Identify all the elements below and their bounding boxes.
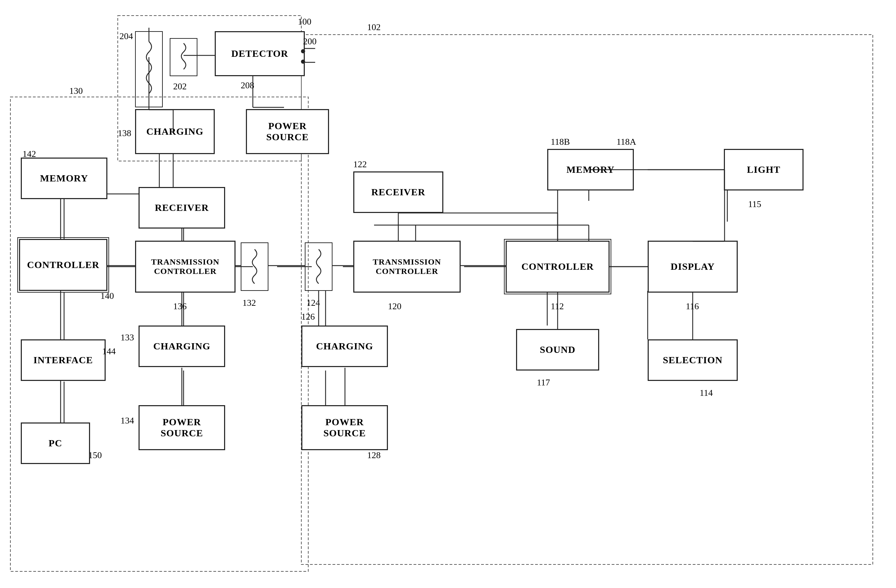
box-power-source-top: POWERSOURCE <box>246 109 329 154</box>
label-128: 128 <box>367 450 381 460</box>
coil-204 <box>135 31 163 107</box>
box-charging-mid-right: CHARGING <box>301 326 388 367</box>
label-115: 115 <box>748 199 761 210</box>
label-132: 132 <box>242 298 256 308</box>
box-sound: SOUND <box>516 329 599 370</box>
box-detector: DETECTOR <box>215 31 305 76</box>
box-receiver-right: RECEIVER <box>353 171 443 213</box>
svg-rect-1 <box>301 35 873 564</box>
box-charging-mid-left: CHARGING <box>139 326 225 367</box>
label-124: 124 <box>306 298 320 308</box>
label-138: 138 <box>118 128 131 139</box>
label-142: 142 <box>23 149 36 159</box>
box-light: LIGHT <box>724 149 803 190</box>
label-200: 200 <box>303 37 317 47</box>
label-102: 102 <box>367 22 381 32</box>
label-120: 120 <box>388 301 401 312</box>
box-controller-right: CONTROLLER <box>506 241 610 292</box>
label-204: 204 <box>119 31 133 41</box>
label-202: 202 <box>173 81 187 92</box>
label-140: 140 <box>101 291 114 301</box>
box-ps-mid-left: POWERSOURCE <box>139 405 225 450</box>
label-133: 133 <box>120 332 134 343</box>
box-tx-ctrl-right: TRANSMISSIONCONTROLLER <box>353 241 461 292</box>
box-ps-mid-right: POWERSOURCE <box>301 405 388 450</box>
label-116: 116 <box>686 301 699 312</box>
box-receiver-left: RECEIVER <box>139 187 225 228</box>
box-selection: SELECTION <box>648 340 738 381</box>
box-interface: INTERFACE <box>21 340 106 381</box>
box-controller-left: CONTROLLER <box>19 239 107 291</box>
label-150: 150 <box>88 450 102 460</box>
box-pc: PC <box>21 422 90 464</box>
label-134: 134 <box>120 416 134 426</box>
label-136: 136 <box>173 301 187 312</box>
box-tx-ctrl-left: TRANSMISSIONCONTROLLER <box>135 241 236 292</box>
label-118A: 118A <box>617 137 636 147</box>
box-memory-right: MEMORY <box>547 149 634 190</box>
label-144: 144 <box>102 346 116 357</box>
label-208: 208 <box>241 80 254 91</box>
box-memory-left: MEMORY <box>21 158 107 199</box>
label-122: 122 <box>353 159 367 170</box>
box-display: DISPLAY <box>648 241 738 292</box>
label-114: 114 <box>699 388 713 398</box>
label-100: 100 <box>298 17 311 27</box>
label-118B: 118B <box>551 137 570 147</box>
label-130: 130 <box>69 86 83 96</box>
coil-202 <box>170 38 197 76</box>
coil-124 <box>305 242 332 291</box>
box-charging-top: CHARGING <box>135 109 215 154</box>
coil-132 <box>241 242 268 291</box>
label-126: 126 <box>301 312 315 322</box>
label-112: 112 <box>551 301 564 312</box>
label-117: 117 <box>537 378 550 388</box>
